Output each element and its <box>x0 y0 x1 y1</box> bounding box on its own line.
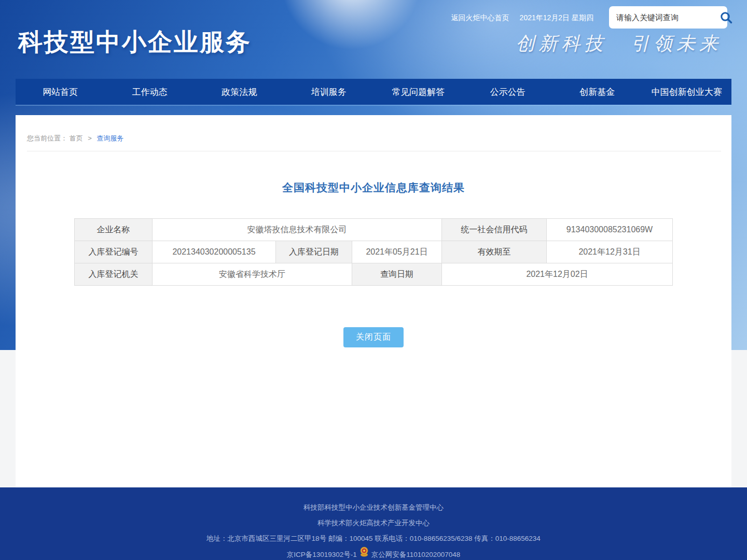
nav-item-innovation-contest[interactable]: 中国创新创业大赛 <box>642 79 732 105</box>
search-box <box>609 6 727 29</box>
query-date-value: 2021年12月02日 <box>442 263 673 286</box>
registration-date-label: 入库登记日期 <box>275 241 352 263</box>
registration-authority-value: 安徽省科学技术厅 <box>152 263 352 286</box>
nav-item-innovation-fund[interactable]: 创新基金 <box>552 79 642 105</box>
main-nav: 网站首页 工作动态 政策法规 培训服务 常见问题解答 公示公告 创新基金 中国创… <box>16 79 731 105</box>
table-row: 企业名称 安徽塔孜信息技术有限公司 统一社会信用代码 9134030008523… <box>74 219 672 241</box>
credit-code-label: 统一社会信用代码 <box>442 219 547 241</box>
nav-item-faq[interactable]: 常见问题解答 <box>374 79 463 105</box>
icp-license-link[interactable]: 京ICP备13019302号-1 <box>287 547 357 560</box>
registration-date-value: 2021年05月21日 <box>352 241 441 263</box>
page: 返回火炬中心首页 2021年12月2日 星期四 科技型中小企业服务 创新科技 引… <box>0 0 747 560</box>
footer-org-line1: 科技部科技型中小企业技术创新基金管理中心 <box>0 500 747 515</box>
search-icon[interactable] <box>720 10 733 25</box>
valid-until-value: 2021年12月31日 <box>547 241 673 263</box>
breadcrumb-divider <box>27 151 721 151</box>
table-row: 入库登记机关 安徽省科学技术厅 查询日期 2021年12月02日 <box>74 263 672 286</box>
public-security-filing-link[interactable]: 京公网安备11010202007048 <box>371 547 461 560</box>
search-input[interactable] <box>616 13 720 22</box>
table-row: 入库登记编号 202134030200005135 入库登记日期 2021年05… <box>74 241 672 263</box>
breadcrumb-home-link[interactable]: 首页 <box>70 134 83 142</box>
nav-item-work-news[interactable]: 工作动态 <box>105 79 195 105</box>
top-links: 返回火炬中心首页 2021年12月2日 星期四 <box>451 13 593 23</box>
current-date: 2021年12月2日 星期四 <box>520 13 593 23</box>
valid-until-label: 有效期至 <box>442 241 547 263</box>
query-result-table: 企业名称 安徽塔孜信息技术有限公司 统一社会信用代码 9134030008523… <box>74 218 673 286</box>
footer: 科技部科技型中小企业技术创新基金管理中心 科学技术部火炬高技术产业开发中心 地址… <box>0 487 747 560</box>
site-slogan: 创新科技 引领未来 <box>516 31 722 57</box>
content-panel: 您当前位置： 首页 > 查询服务 全国科技型中小企业信息库查询结果 企业名称 安… <box>16 115 731 487</box>
nav-item-training[interactable]: 培训服务 <box>284 79 374 105</box>
breadcrumb-prefix: 您当前位置： <box>27 134 67 142</box>
nav-item-policies[interactable]: 政策法规 <box>195 79 284 105</box>
footer-contact-line: 地址：北京市西城区三里河二区甲18号 邮编：100045 联系电话：010-88… <box>0 531 747 547</box>
registration-no-value: 202134030200005135 <box>152 241 275 263</box>
close-page-button[interactable]: 关闭页面 <box>343 327 404 347</box>
credit-code-value: 91340300085231069W <box>547 219 673 241</box>
company-name-value: 安徽塔孜信息技术有限公司 <box>152 219 441 241</box>
registration-authority-label: 入库登记机关 <box>74 263 152 286</box>
query-date-label: 查询日期 <box>352 263 441 286</box>
registration-no-label: 入库登记编号 <box>74 241 152 263</box>
breadcrumb: 您当前位置： 首页 > 查询服务 <box>16 115 731 151</box>
nav-item-home[interactable]: 网站首页 <box>16 79 105 105</box>
site-logo[interactable]: 科技型中小企业服务 <box>18 26 252 59</box>
company-name-label: 企业名称 <box>74 219 152 241</box>
footer-org-line2: 科学技术部火炬高技术产业开发中心 <box>0 515 747 531</box>
nav-item-announcements[interactable]: 公示公告 <box>463 79 553 105</box>
return-torch-home-link[interactable]: 返回火炬中心首页 <box>451 13 509 23</box>
public-security-badge-icon <box>359 547 369 560</box>
footer-icp-row: 京ICP备13019302号-1 京公网安备11010202007048 <box>0 547 747 560</box>
breadcrumb-separator: > <box>88 134 92 142</box>
page-title: 全国科技型中小企业信息库查询结果 <box>16 180 731 195</box>
breadcrumb-current-link[interactable]: 查询服务 <box>96 134 123 142</box>
